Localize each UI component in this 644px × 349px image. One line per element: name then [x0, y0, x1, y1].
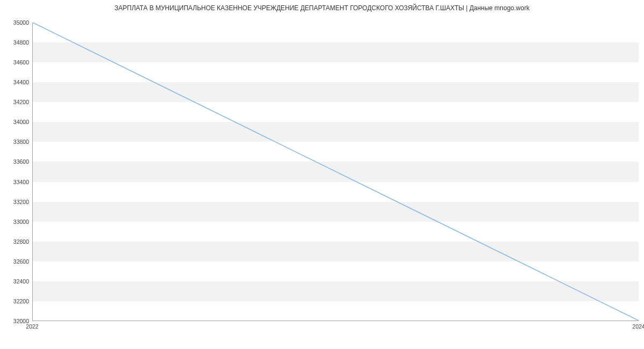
grid-band — [33, 42, 639, 62]
grid-band — [33, 82, 639, 102]
grid-band — [33, 162, 639, 181]
y-tick-label: 32200 — [2, 298, 29, 304]
grid-band — [33, 122, 639, 142]
chart-title: ЗАРПЛАТА В МУНИЦИПАЛЬНОЕ КАЗЕННОЕ УЧРЕЖД… — [0, 0, 644, 12]
x-tick-label: 2022 — [26, 323, 38, 330]
y-tick-label: 32800 — [2, 238, 29, 245]
y-tick-label: 33800 — [2, 139, 29, 145]
y-tick-label: 32600 — [2, 258, 29, 265]
y-tick-label: 33000 — [2, 219, 29, 225]
grid-band — [33, 281, 639, 301]
chart-container: ЗАРПЛАТА В МУНИЦИПАЛЬНОЕ КАЗЕННОЕ УЧРЕЖД… — [0, 0, 644, 349]
y-tick-label: 33400 — [2, 179, 29, 185]
y-tick-label: 34600 — [2, 59, 29, 66]
grid-band — [33, 242, 639, 261]
y-tick-label: 34200 — [2, 99, 29, 105]
x-tick-label: 2024 — [632, 323, 644, 330]
y-tick-label: 34000 — [2, 119, 29, 125]
y-tick-label: 35000 — [2, 19, 29, 26]
y-tick-label: 33200 — [2, 199, 29, 205]
y-tick-label: 32400 — [2, 278, 29, 285]
y-tick-label: 34800 — [2, 39, 29, 46]
plot-area — [32, 23, 639, 321]
y-tick-label: 32000 — [2, 318, 29, 324]
grid-band — [33, 202, 639, 222]
y-tick-label: 34400 — [2, 79, 29, 85]
y-tick-label: 33600 — [2, 158, 29, 165]
